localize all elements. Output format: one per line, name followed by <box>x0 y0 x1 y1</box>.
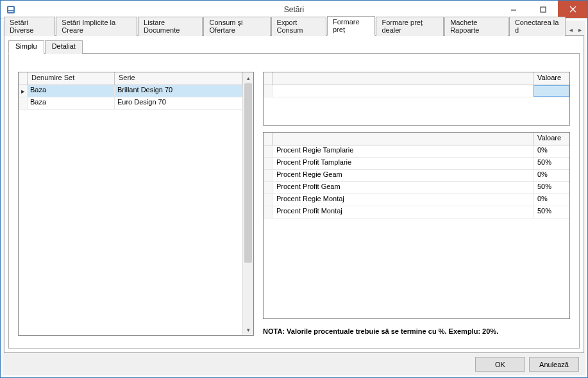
main-tabstrip: Setări Diverse Setări Implicite la Crear… <box>4 22 584 36</box>
table-row[interactable]: ▸ Baza Brillant Design 70 <box>19 85 242 97</box>
minimize-button[interactable] <box>499 1 528 18</box>
percent-value[interactable]: 0% <box>533 145 569 157</box>
set-grid[interactable]: Denumire Set Serie ▸ Baza Brillant Desig… <box>18 72 254 336</box>
maximize-button[interactable] <box>528 1 558 18</box>
client-area: Setări Diverse Setări Implicite la Crear… <box>2 20 586 376</box>
row-indicator-icon: ▸ <box>19 85 28 97</box>
svg-rect-1 <box>8 7 13 10</box>
percent-value[interactable]: 50% <box>533 182 569 193</box>
tab-conectarea[interactable]: Conectarea la d <box>509 17 566 36</box>
cell-serie[interactable]: Euro Design 70 <box>115 97 242 109</box>
note-text: NOTA: Valorile procentuale trebuie să se… <box>263 325 570 336</box>
settings-window: Setări Setări Diverse Setări Implicite l… <box>0 0 588 378</box>
ok-button[interactable]: OK <box>475 357 525 372</box>
cancel-button[interactable]: Anulează <box>529 357 579 372</box>
tab-machete-rapoarte[interactable]: Machete Rapoarte <box>444 17 508 36</box>
tab-scroll-left-icon[interactable]: ◂ <box>566 24 575 35</box>
sub-tabstrip: Simplu Detaliat <box>8 40 580 54</box>
tab-consum-ofertare[interactable]: Consum și Ofertare <box>203 17 270 36</box>
top-grid-label-col <box>273 72 533 85</box>
tab-nav: ◂ ▸ <box>566 24 584 35</box>
table-row[interactable]: Baza Euro Design 70 <box>19 97 242 110</box>
svg-rect-3 <box>511 10 516 11</box>
tab-formare-pret[interactable]: Formare preț <box>327 16 375 36</box>
tab-body: Simplu Detaliat Denumire Set Serie ▸ <box>4 36 584 353</box>
table-row[interactable] <box>264 85 569 97</box>
table-row[interactable]: Procent Profit Montaj 50% <box>264 206 569 218</box>
right-pane: Valoare <box>263 72 570 336</box>
svg-rect-4 <box>541 7 546 12</box>
row-indicator-header <box>264 72 273 85</box>
percent-value[interactable]: 0% <box>533 194 569 206</box>
tab-scroll-right-icon[interactable]: ▸ <box>575 24 584 35</box>
scroll-thumb[interactable] <box>244 83 252 263</box>
percent-label[interactable]: Procent Profit Montaj <box>273 206 533 218</box>
table-row[interactable]: Procent Profit Tamplarie 50% <box>264 158 569 170</box>
row-indicator-icon <box>264 170 273 181</box>
percent-label[interactable]: Procent Regie Geam <box>273 170 533 181</box>
top-grid-valoare-col[interactable]: Valoare <box>533 72 569 85</box>
app-icon <box>6 4 16 15</box>
table-row[interactable]: Procent Regie Geam 0% <box>264 170 569 182</box>
window-controls <box>499 1 587 18</box>
cell-serie[interactable]: Brillant Design 70 <box>115 85 242 97</box>
percent-grid[interactable]: Valoare Procent Regie Tamplarie 0% <box>263 132 570 319</box>
row-indicator-icon <box>264 85 273 97</box>
tab-export-consum[interactable]: Export Consum <box>271 17 326 36</box>
top-grid-label[interactable] <box>273 85 533 97</box>
row-indicator-icon <box>264 145 273 157</box>
window-title: Setări <box>284 5 304 14</box>
percent-value[interactable]: 50% <box>533 158 569 169</box>
col-serie[interactable]: Serie <box>115 72 242 85</box>
tab-setari-implicite[interactable]: Setări Implicite la Creare <box>56 17 137 36</box>
svg-rect-2 <box>8 11 13 12</box>
close-button[interactable] <box>558 1 587 18</box>
row-indicator-icon <box>264 182 273 193</box>
subtab-simplu[interactable]: Simplu <box>8 40 44 54</box>
tab-setari-diverse[interactable]: Setări Diverse <box>4 17 55 36</box>
percent-grid-header: Valoare <box>264 133 569 145</box>
subtab-body: Denumire Set Serie ▸ Baza Brillant Desig… <box>8 54 580 349</box>
percent-label[interactable]: Procent Regie Montaj <box>273 194 533 206</box>
row-indicator-header <box>19 72 28 85</box>
percent-value[interactable]: 50% <box>533 206 569 218</box>
row-indicator-icon <box>19 97 28 109</box>
scroll-down-icon[interactable]: ▾ <box>243 324 253 335</box>
row-indicator-icon <box>264 206 273 218</box>
row-indicator-header <box>264 133 273 145</box>
set-grid-header: Denumire Set Serie <box>19 72 242 85</box>
scroll-track[interactable] <box>243 83 253 324</box>
scroll-up-icon[interactable]: ▴ <box>243 72 253 83</box>
top-grid-header: Valoare <box>264 72 569 85</box>
titlebar: Setări <box>1 1 587 19</box>
tab-formare-pret-dealer[interactable]: Formare preț dealer <box>376 17 444 36</box>
cell-denumire[interactable]: Baza <box>28 85 115 97</box>
subtab-detaliat[interactable]: Detaliat <box>45 40 83 54</box>
percent-label[interactable]: Procent Regie Tamplarie <box>273 145 533 157</box>
percent-label[interactable]: Procent Profit Tamplarie <box>273 158 533 169</box>
percent-grid-label-col <box>273 133 533 145</box>
row-indicator-icon <box>264 158 273 169</box>
table-row[interactable]: Procent Profit Geam 50% <box>264 182 569 194</box>
row-indicator-icon <box>264 194 273 206</box>
cell-denumire[interactable]: Baza <box>28 97 115 109</box>
tab-listare-documente[interactable]: Listare Documente <box>138 17 203 36</box>
percent-grid-valoare-col[interactable]: Valoare <box>533 133 569 145</box>
set-grid-rows: ▸ Baza Brillant Design 70 Baza Euro Desi… <box>19 85 242 335</box>
table-row[interactable]: Procent Regie Tamplarie 0% <box>264 145 569 158</box>
dialog-buttons: OK Anulează <box>4 353 584 372</box>
vertical-scrollbar[interactable]: ▴ ▾ <box>242 72 253 335</box>
top-grid-value-input[interactable] <box>533 85 569 97</box>
top-value-grid[interactable]: Valoare <box>263 72 570 126</box>
percent-label[interactable]: Procent Profit Geam <box>273 182 533 193</box>
table-row[interactable]: Procent Regie Montaj 0% <box>264 194 569 206</box>
percent-value[interactable]: 0% <box>533 170 569 181</box>
col-denumire-set[interactable]: Denumire Set <box>28 72 115 85</box>
